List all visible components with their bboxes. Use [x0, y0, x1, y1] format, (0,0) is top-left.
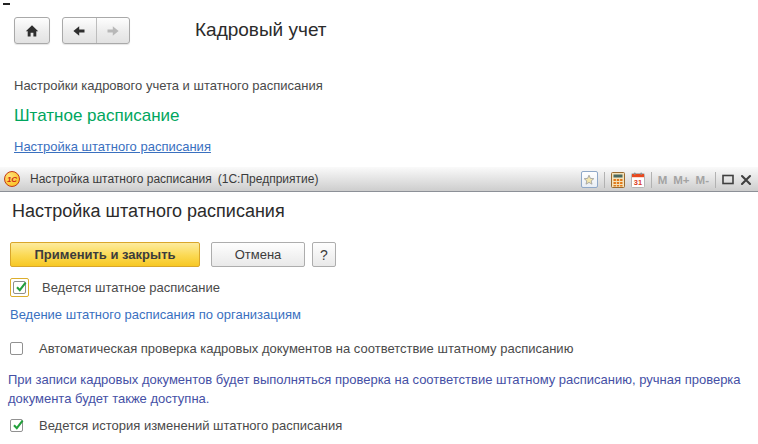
dialog-window-title: Настройка штатного расписания(1С:Предпри… — [30, 172, 318, 186]
staffing-settings-link[interactable]: Настройка штатного расписания — [14, 139, 211, 154]
svg-text:31: 31 — [634, 177, 642, 186]
help-button[interactable]: ? — [312, 242, 336, 267]
memory-minus-button[interactable]: M- — [696, 174, 709, 186]
calculator-icon — [611, 172, 625, 188]
checkbox-row-staffing: Ведется штатное расписание — [10, 277, 220, 297]
memory-plus-button[interactable]: M+ — [673, 174, 689, 186]
checkbox-history-label: Ведется история изменений штатного распи… — [39, 418, 342, 433]
section-heading-staffing[interactable]: Штатное расписание — [14, 106, 179, 126]
close-icon — [740, 174, 752, 186]
autocheck-info-text: При записи кадровых документов будет вып… — [8, 370, 752, 408]
checkbox-history[interactable] — [10, 419, 23, 432]
checkbox-staffing-focus-ring — [10, 278, 29, 297]
cancel-button[interactable]: Отмена — [211, 242, 305, 267]
screen-edge-artifact — [3, 3, 10, 5]
home-button[interactable] — [14, 17, 50, 44]
app-window: Кадровый учет Настройки кадрового учета … — [0, 0, 758, 444]
checkbox-autocheck-label: Автоматическая проверка кадровых докумен… — [39, 341, 573, 356]
titlebar-separator — [715, 172, 716, 188]
titlebar-separator — [651, 172, 652, 188]
forward-arrow-icon — [105, 23, 121, 39]
home-icon — [24, 23, 40, 39]
dialog-titlebar[interactable]: 1С Настройка штатного расписания(1С:Пред… — [0, 167, 758, 192]
dialog-heading: Настройка штатного расписания — [12, 201, 285, 222]
page-subtitle: Настройки кадрового учета и штатного рас… — [14, 78, 323, 93]
1c-logo-icon: 1С — [4, 171, 20, 187]
memory-recall-button[interactable]: M — [658, 174, 668, 186]
forward-button[interactable] — [96, 18, 129, 43]
titlebar-separator — [604, 172, 605, 188]
apply-and-close-button[interactable]: Применить и закрыть — [10, 242, 200, 267]
back-button[interactable] — [63, 18, 96, 43]
calculator-button[interactable] — [611, 172, 625, 188]
checkbox-row-autocheck: Автоматическая проверка кадровых докумен… — [10, 340, 573, 356]
star-icon — [583, 174, 595, 186]
checkbox-staffing-label: Ведется штатное расписание — [42, 280, 220, 295]
page-title: Кадровый учет — [195, 19, 327, 41]
calendar-button[interactable]: 31 — [631, 172, 645, 188]
org-staffing-link[interactable]: Ведение штатного расписания по организац… — [10, 307, 301, 322]
checkbox-row-history: Ведется история изменений штатного распи… — [10, 417, 342, 433]
app-name: (1С:Предприятие) — [218, 172, 319, 186]
maximize-icon — [722, 174, 734, 185]
checkbox-autocheck[interactable] — [10, 342, 23, 355]
checkbox-staffing[interactable] — [13, 281, 26, 294]
calendar-icon: 31 — [631, 172, 645, 188]
close-button[interactable] — [740, 174, 752, 186]
history-nav-group — [62, 17, 130, 44]
favorites-star-button[interactable] — [581, 171, 598, 188]
back-arrow-icon — [71, 23, 87, 39]
maximize-button[interactable] — [722, 174, 734, 185]
